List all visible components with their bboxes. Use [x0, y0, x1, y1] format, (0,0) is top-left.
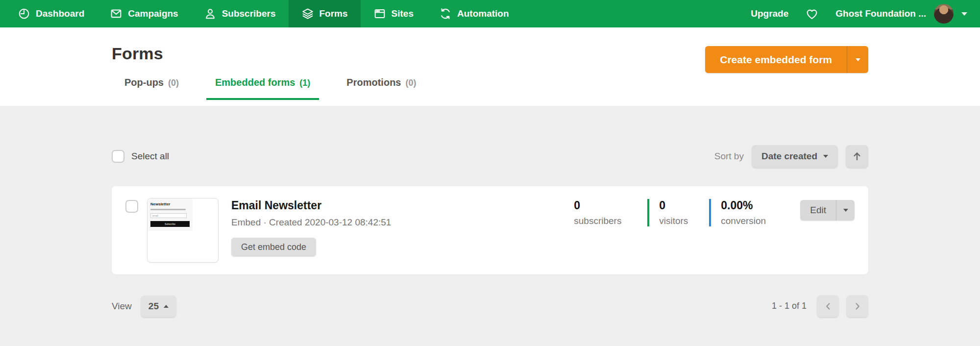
chevron-down-icon — [823, 155, 828, 158]
tab-count: (0) — [405, 78, 416, 88]
list-toolbar: Select all Sort by Date created — [112, 145, 868, 168]
nav-item-dashboard[interactable]: Dashboard — [5, 0, 97, 27]
form-row-card: Newsletter email Subscribe Email Newslet… — [112, 186, 868, 274]
tab-promotions[interactable]: Promotions (0) — [338, 77, 425, 100]
tab-label: Pop-ups — [124, 77, 164, 88]
nav-item-label: Automation — [457, 8, 509, 19]
nav-right: Upgrade Ghost Foundation ... — [751, 0, 980, 27]
arrow-up-icon — [851, 150, 863, 162]
row-checkbox[interactable] — [125, 200, 138, 213]
pagination: 1 - 1 of 1 — [772, 295, 868, 317]
chevron-down-icon — [843, 209, 848, 212]
stat-visitors: 0 visitors — [647, 199, 709, 226]
chevron-left-icon — [823, 301, 833, 312]
edit-split-button: Edit — [800, 200, 855, 221]
chevron-down-icon — [961, 12, 967, 16]
view-label: View — [112, 301, 132, 312]
refresh-cycle-icon — [439, 7, 452, 20]
main-nav: Dashboard Campaigns Subscribers Forms — [0, 0, 522, 27]
preview-subscribe-button: Subscribe — [150, 221, 190, 227]
envelope-icon — [110, 7, 122, 20]
form-thumbnail[interactable]: Newsletter email Subscribe — [147, 198, 219, 263]
nav-item-forms[interactable]: Forms — [289, 0, 361, 27]
tab-popups[interactable]: Pop-ups (0) — [116, 77, 188, 100]
select-all-control: Select all — [112, 150, 169, 163]
tab-label: Embedded forms — [215, 77, 295, 88]
select-all-checkbox[interactable] — [112, 150, 124, 163]
prev-page-button[interactable] — [817, 295, 839, 317]
pagination-range: 1 - 1 of 1 — [772, 301, 807, 311]
sort-direction-button[interactable] — [846, 145, 868, 168]
per-page-value: 25 — [148, 301, 159, 312]
edit-button[interactable]: Edit — [800, 200, 836, 221]
preview-text-line — [150, 209, 186, 210]
nav-item-label: Forms — [319, 8, 348, 19]
nav-item-subscribers[interactable]: Subscribers — [191, 0, 289, 27]
avatar — [934, 4, 954, 24]
edit-dropdown-button[interactable] — [836, 200, 855, 221]
sort-field-value: Date created — [761, 151, 817, 162]
stat-subscribers: 0 subscribers — [574, 199, 647, 226]
form-details: Email Newsletter Embed · Created 2020-03… — [219, 198, 574, 256]
sort-controls: Sort by Date created — [714, 145, 868, 168]
nav-item-label: Dashboard — [36, 8, 84, 19]
browser-window-icon — [373, 7, 386, 20]
person-icon — [204, 7, 217, 20]
dashboard-clock-icon — [18, 7, 30, 20]
nav-item-automation[interactable]: Automation — [426, 0, 522, 27]
preview-title: Newsletter — [150, 202, 190, 206]
preview-email-input: email — [150, 213, 187, 218]
tab-count: (1) — [299, 78, 310, 88]
tab-embedded-forms[interactable]: Embedded forms (1) — [206, 77, 319, 100]
chevron-right-icon — [852, 301, 863, 312]
list-footer: View 25 1 - 1 of 1 — [112, 295, 868, 317]
get-embed-code-button[interactable]: Get embed code — [231, 238, 316, 256]
tab-count: (0) — [168, 78, 179, 88]
account-menu[interactable]: Ghost Foundation ... — [835, 4, 967, 24]
nav-item-label: Subscribers — [222, 8, 276, 19]
nav-item-sites[interactable]: Sites — [361, 0, 426, 27]
sort-field-dropdown[interactable]: Date created — [752, 145, 838, 168]
next-page-button[interactable] — [846, 295, 868, 317]
create-embedded-form-split-button: Create embedded form — [705, 46, 868, 73]
select-all-label: Select all — [131, 151, 169, 162]
layers-icon — [301, 7, 314, 20]
nav-item-label: Sites — [392, 8, 414, 19]
create-form-dropdown-button[interactable] — [847, 46, 868, 73]
form-name[interactable]: Email Newsletter — [231, 199, 574, 212]
page-header: Forms Pop-ups (0) Embedded forms (1) Pro… — [0, 27, 980, 106]
heart-icon[interactable] — [805, 7, 819, 21]
chevron-up-icon — [164, 305, 169, 308]
upgrade-link[interactable]: Upgrade — [751, 8, 788, 19]
tab-label: Promotions — [346, 77, 401, 88]
stat-conversion: 0.00% conversion — [709, 199, 800, 226]
per-page-dropdown[interactable]: 25 — [141, 296, 176, 317]
chevron-down-icon — [856, 58, 860, 61]
per-page-control: View 25 — [112, 296, 176, 317]
form-preview: Newsletter email Subscribe — [147, 198, 193, 231]
forms-page: Dashboard Campaigns Subscribers Forms — [0, 0, 980, 346]
form-stats: 0 subscribers 0 visitors 0.00% conversio… — [574, 199, 800, 226]
sort-by-label: Sort by — [714, 151, 744, 162]
nav-item-campaigns[interactable]: Campaigns — [97, 0, 191, 27]
tabs: Pop-ups (0) Embedded forms (1) Promotion… — [116, 77, 980, 100]
form-meta: Embed · Created 2020-03-12 08:42:51 — [231, 217, 574, 228]
account-name: Ghost Foundation ... — [835, 8, 926, 19]
create-embedded-form-button[interactable]: Create embedded form — [705, 46, 847, 73]
nav-item-label: Campaigns — [128, 8, 178, 19]
top-nav: Dashboard Campaigns Subscribers Forms — [0, 0, 980, 27]
